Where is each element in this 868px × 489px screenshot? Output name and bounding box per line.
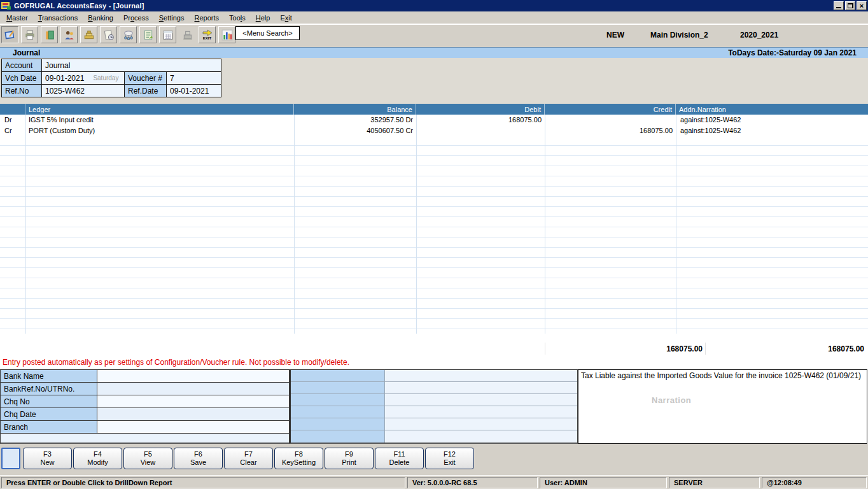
row-ledger: IGST 5% Input credit <box>25 115 294 125</box>
row-ledger: PORT (Custom Duty) <box>25 125 294 136</box>
masters-book-icon[interactable] <box>1 26 18 43</box>
middle-detail-panel <box>290 369 578 444</box>
detail-cell[interactable] <box>385 382 577 393</box>
division-label: Main Division_2 <box>650 31 708 39</box>
branch-field[interactable] <box>97 421 289 433</box>
notes-icon[interactable] <box>139 26 157 43</box>
todays-date-label: ToDays Date:-Saturday 09 Jan 2021 <box>728 48 857 57</box>
menu-help[interactable]: Help <box>251 12 276 24</box>
close-button[interactable]: × <box>857 1 867 10</box>
ledger-book-icon[interactable] <box>41 26 58 43</box>
table-row[interactable]: Dr IGST 5% Input credit 352957.50 Dr 168… <box>0 115 868 125</box>
menu-settings[interactable]: Settings <box>154 12 190 24</box>
detail-row <box>291 430 577 443</box>
vch-day-hint: Saturday <box>93 74 118 82</box>
app-icon <box>1 1 11 10</box>
detail-cell[interactable] <box>291 418 385 430</box>
auto-entry-notice: Entry posted automatically as per settin… <box>3 358 349 367</box>
menu-bar: Master Transactions Banking Process Sett… <box>0 11 868 24</box>
bank-ref-field[interactable] <box>97 383 289 395</box>
detail-cell[interactable] <box>385 370 577 381</box>
empty-rows-grid <box>0 136 868 334</box>
detail-cell[interactable] <box>385 418 577 430</box>
f3-new-button[interactable]: F3New <box>23 448 72 469</box>
status-server: SERVER <box>669 477 760 488</box>
chq-no-field[interactable] <box>97 395 289 408</box>
row-balance: 352957.50 Dr <box>294 115 416 125</box>
f11-delete-button[interactable]: F11Delete <box>375 448 424 469</box>
narration-text: Tax Liable against the Imported Goods Va… <box>581 371 861 380</box>
print-icon[interactable] <box>21 26 38 43</box>
voucher-header-form: Account Journal Vch Date 09-01-2021Satur… <box>0 58 868 104</box>
total-credit: 168075.00 <box>705 343 867 355</box>
f9-print-button[interactable]: F9Print <box>325 448 374 469</box>
f12-exit-button[interactable]: F12Exit <box>425 448 474 469</box>
f6-save-button[interactable]: F6Save <box>174 448 223 469</box>
detail-cell[interactable] <box>291 382 385 393</box>
totals-row: 168075.00 168075.00 <box>0 343 868 355</box>
detail-cell[interactable] <box>385 394 577 406</box>
menu-transactions[interactable]: Transactions <box>33 12 83 24</box>
branch-label: Branch <box>1 421 97 433</box>
status-new-badge: NEW <box>606 31 624 39</box>
grid-line <box>416 115 417 334</box>
narration-textarea[interactable]: Tax Liable against the Imported Goods Va… <box>578 369 867 444</box>
narration-watermark: Narration <box>652 395 691 406</box>
ref-no-field[interactable]: 1025-W462 <box>41 84 125 97</box>
detail-cell[interactable] <box>291 370 385 381</box>
col-type <box>0 104 25 115</box>
row-debit <box>416 125 545 136</box>
chq-date-field[interactable] <box>97 408 289 420</box>
detail-row <box>291 418 577 430</box>
users-icon[interactable] <box>60 26 78 43</box>
focus-indicator-button[interactable] <box>1 448 20 469</box>
detail-cell[interactable] <box>385 406 577 418</box>
table-row[interactable]: Cr PORT (Custom Duty) 4050607.50 Cr 1680… <box>0 125 868 136</box>
account-field[interactable]: Journal <box>41 59 221 72</box>
menu-banking[interactable]: Banking <box>83 12 118 24</box>
grid-line <box>545 115 545 334</box>
ref-no-label: Ref.No <box>1 84 42 97</box>
exit-icon[interactable]: EXIT <box>199 26 216 43</box>
function-key-band: F3New F4Modify F5View F6Save F7Clear F8K… <box>0 444 868 475</box>
detail-row <box>291 394 577 406</box>
row-credit <box>545 115 676 125</box>
menu-search-text: <Menu Search> <box>242 29 292 37</box>
detail-cell[interactable] <box>385 430 577 443</box>
minimize-button[interactable] <box>834 1 844 10</box>
info-bar: Journal ToDays Date:-Saturday 09 Jan 202… <box>0 47 868 58</box>
cash-register-icon[interactable] <box>179 26 196 43</box>
restore-button[interactable] <box>845 1 855 10</box>
pending-document-icon[interactable] <box>100 26 117 43</box>
row-narration: against:1025-W462 <box>676 115 868 125</box>
bank-name-field[interactable] <box>97 370 289 382</box>
grid-line <box>294 115 295 334</box>
menu-tools[interactable]: Tools <box>224 12 251 24</box>
f4-modify-button[interactable]: F4Modify <box>73 448 122 469</box>
row-credit: 168075.00 <box>545 125 676 136</box>
detail-row <box>291 406 577 418</box>
voucher-no-field[interactable]: 7 <box>166 71 221 85</box>
menu-exit[interactable]: Exit <box>275 12 297 24</box>
bank-name-label: Bank Name <box>1 370 97 382</box>
menu-master[interactable]: Master <box>1 12 33 24</box>
f5-view-button[interactable]: F5View <box>123 448 172 469</box>
col-addn-narration: Addn.Narration <box>676 104 868 115</box>
ref-date-field[interactable]: 09-01-2021 <box>166 84 221 97</box>
col-balance: Balance <box>294 104 416 115</box>
total-debit: 168075.00 <box>545 343 705 355</box>
detail-cell[interactable] <box>291 394 385 406</box>
menu-reports[interactable]: Reports <box>190 12 225 24</box>
cash-icon[interactable] <box>80 26 97 43</box>
menu-search-box[interactable]: <Menu Search> <box>235 26 300 40</box>
f7-clear-button[interactable]: F7Clear <box>224 448 273 469</box>
calendar-icon[interactable] <box>159 26 176 43</box>
network-icon[interactable] <box>120 26 137 43</box>
chart-icon[interactable] <box>218 26 235 43</box>
detail-cell[interactable] <box>291 406 385 418</box>
f8-keysetting-button[interactable]: F8KeySetting <box>274 448 323 469</box>
chq-date-label: Chq Date <box>1 408 97 420</box>
menu-process[interactable]: Process <box>118 12 154 24</box>
vch-date-field[interactable]: 09-01-2021Saturday <box>41 71 125 85</box>
detail-cell[interactable] <box>291 430 385 443</box>
